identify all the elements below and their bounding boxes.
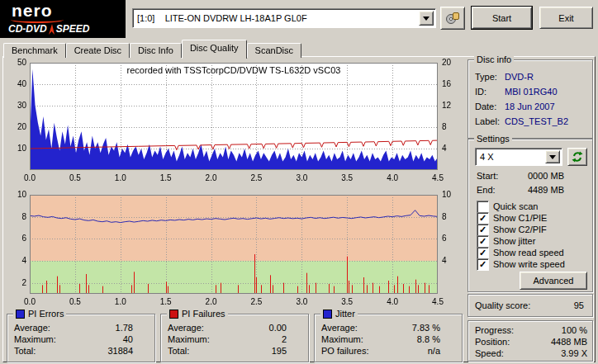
position-value: 4488 MB [551,337,587,347]
stat-row: Maximum:8.8 % [321,334,440,344]
disc-label-value: CDS_TEST_B2 [505,116,568,126]
start-button[interactable]: Start [472,7,532,29]
disc-info-groupbox: Disc info Type: DVD-R ID: MBI 01RG40 Dat… [467,59,593,139]
disc-id-value: MBI 01RG40 [505,87,558,97]
chevron-down-icon [549,155,556,159]
checkbox-show-jitter[interactable]: ✓ Show jitter [477,235,587,247]
advanced-button-label: Advanced [534,276,574,286]
drive-selector-value: [1:0] LITE-ON DVDRW LH-18A1P GL0F [133,13,307,23]
stat-row: Maximum:2 [168,334,287,344]
speed-row: Speed: 3.99 X [475,348,587,358]
pi-errors-legend-swatch [16,310,25,319]
quality-score-box: Quality score: 95 [467,294,593,317]
scan-start-row: Start: 0000 MB [477,171,587,181]
tab-benchmark[interactable]: Benchmark [3,43,66,58]
stat-row: Average:0.00 [168,323,287,333]
nero-cd-dvd-speed-window: nero CD-DVD SPEED [1:0] LITE-ON DVDRW LH… [0,0,598,364]
jitter-legend-swatch [323,310,332,319]
settings-title: Settings [477,134,510,144]
pi-errors-title: PI Errors [28,309,64,319]
scan-start-value: 0000 MB [528,171,564,181]
stat-row: Average:1.78 [14,323,133,333]
nero-logo-swoosh [11,17,64,23]
pi-failures-legend-swatch [169,310,178,319]
tab-create-disc[interactable]: Create Disc [66,43,130,58]
settings-groupbox: Settings 4 X Start: 0000 MB End: 4489 MB… [467,139,593,292]
quality-score-value: 95 [574,300,584,310]
scan-speed-dropdown-button[interactable] [545,150,560,163]
advanced-button[interactable]: Advanced [520,272,587,290]
disc-info-date-row: Date: 18 Jun 2007 [475,102,587,111]
pi-errors-stats-box: PI Errors Average:1.78 Maximum:40 Total:… [7,314,155,362]
refresh-icon [572,151,583,163]
stat-row: Average:7.83 % [321,323,440,333]
checkbox-box[interactable] [477,201,489,213]
drive-selector-dropdown-button[interactable] [419,11,434,26]
checkbox-show-read-speed[interactable]: ✓ Show read speed [477,247,587,258]
scan-speed-select[interactable]: 4 X [475,148,562,166]
scan-speed-value: 4 X [476,152,494,162]
disc-info-type-row: Type: DVD-R [475,72,587,82]
disc-date-value: 18 Jun 2007 [505,102,555,111]
exit-button[interactable]: Exit [539,7,593,29]
chart-title: recorded with TSSTcorpCD/DVDW TS-L632D v… [30,65,438,75]
disc-info-id-row: ID: MBI 01RG40 [475,87,587,97]
tools-button[interactable] [440,7,465,30]
start-button-label: Start [492,13,511,23]
checkbox-quick-scan[interactable]: Quick scan [477,201,587,212]
chevron-down-icon [423,17,430,21]
stat-row: Maximum:40 [14,334,133,344]
checkbox-show-c2-pif[interactable]: ✓ Show C2/PIF [477,224,587,235]
progress-box: Progress: 100 % Position: 4488 MB Speed:… [467,320,593,362]
disc-type-value: DVD-R [505,72,534,82]
refresh-button[interactable] [567,148,587,166]
jitter-title: Jitter [335,309,355,319]
logo-speed: SPEED [56,23,90,35]
scan-end-row: End: 4489 MB [477,185,587,195]
nero-flame-icon [48,24,55,35]
scan-end-value: 4489 MB [528,185,564,195]
nero-logo: nero CD-DVD SPEED [0,0,126,38]
checkbox-box[interactable]: ✓ [477,224,489,236]
checkbox-box[interactable]: ✓ [477,247,489,259]
pi-failures-title: PI Failures [182,309,225,319]
speed-value: 3.99 X [561,348,587,358]
tab-disc-quality[interactable]: Disc Quality [182,40,247,59]
stat-row: Total:195 [168,346,287,356]
disc-hand-icon [445,12,460,25]
quality-score-label: Quality score: [475,300,530,310]
quality-scan-graph [0,54,464,306]
checkbox-show-c1-pie[interactable]: ✓ Show C1/PIE [477,212,587,224]
position-row: Position: 4488 MB [475,337,587,347]
jitter-stats-box: Jitter Average:7.83 % Maximum:8.8 % PO f… [314,314,463,362]
progress-row: Progress: 100 % [475,325,587,335]
checkbox-box[interactable]: ✓ [477,235,489,248]
checkbox-box[interactable]: ✓ [477,212,489,225]
tab-disc-info[interactable]: Disc Info [130,43,182,58]
exit-button-label: Exit [558,13,573,23]
drive-selector[interactable]: [1:0] LITE-ON DVDRW LH-18A1P GL0F [132,8,436,28]
disc-info-title: Disc info [477,54,511,64]
stat-row: Total:31884 [14,346,133,356]
progress-value: 100 % [562,325,587,335]
stat-row: PO failures:n/a [321,346,440,356]
checkbox-show-write-speed[interactable]: ✓ Show write speed [477,258,587,270]
disc-info-label-row: Label: CDS_TEST_B2 [475,116,587,126]
tab-bar: Benchmark Create Disc Disc Info Disc Qua… [3,40,301,58]
pi-failures-stats-box: PI Failures Average:0.00 Maximum:2 Total… [160,314,309,362]
logo-cddvd: CD-DVD [8,23,47,35]
checkbox-box[interactable]: ✓ [477,258,489,271]
tab-scandisc[interactable]: ScanDisc [247,43,301,58]
